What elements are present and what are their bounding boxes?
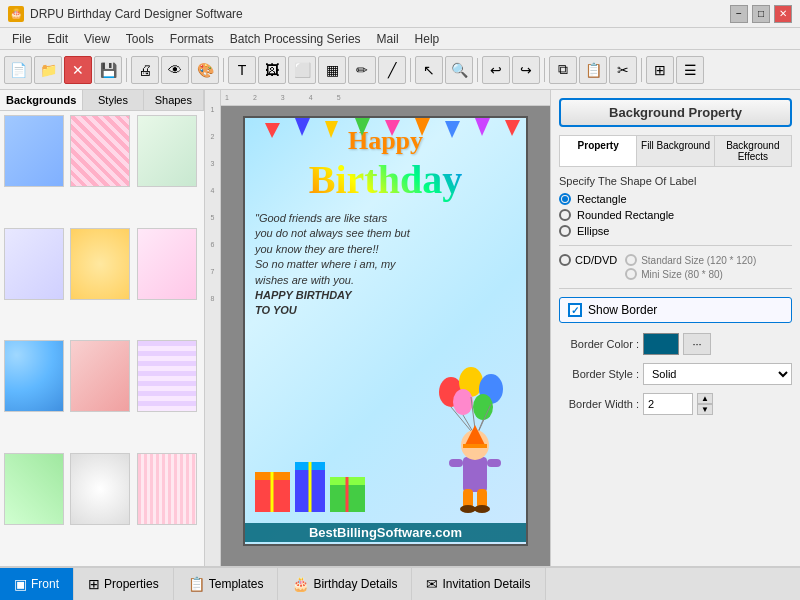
tab-fill-background[interactable]: Fill Background [637, 136, 714, 166]
svg-marker-7 [475, 118, 490, 136]
cdvd-options: Standard Size (120 * 120) Mini Size (80 … [625, 254, 756, 280]
toolbar-paste[interactable]: 📋 [579, 56, 607, 84]
tab-property[interactable]: Property [560, 136, 637, 166]
menu-batch[interactable]: Batch Processing Series [222, 30, 369, 48]
canvas-wrapper: Happy Birthday "Good friends are like st… [221, 106, 550, 566]
menubar: File Edit View Tools Formats Batch Proce… [0, 28, 800, 50]
menu-edit[interactable]: Edit [39, 30, 76, 48]
svg-point-12 [453, 389, 473, 415]
minimize-button[interactable]: − [730, 5, 748, 23]
bg-thumb-4[interactable] [4, 228, 64, 300]
border-style-select[interactable]: Solid Dashed Dotted [643, 363, 792, 385]
toolbar-open[interactable]: 📁 [34, 56, 62, 84]
toolbar-text[interactable]: T [228, 56, 256, 84]
svg-marker-0 [265, 123, 280, 138]
border-width-up[interactable]: ▲ [697, 393, 713, 404]
tab-styles[interactable]: Styles [83, 90, 143, 110]
bg-thumb-1[interactable] [4, 115, 64, 187]
tab-invitation-details[interactable]: ✉ Invitation Details [412, 568, 545, 600]
menu-mail[interactable]: Mail [369, 30, 407, 48]
tab-front-label: Front [31, 577, 59, 591]
toolbar-pencil[interactable]: ✏ [348, 56, 376, 84]
radio-ellipse[interactable]: Ellipse [559, 225, 792, 237]
toolbar-line[interactable]: ╱ [378, 56, 406, 84]
svg-marker-5 [415, 118, 430, 136]
tab-birthday-label: Birthday Details [313, 577, 397, 591]
bg-thumb-9[interactable] [137, 340, 197, 412]
close-button[interactable]: ✕ [774, 5, 792, 23]
toolbar-new[interactable]: 📄 [4, 56, 32, 84]
border-color-dots[interactable]: ··· [683, 333, 711, 355]
bg-thumb-11[interactable] [70, 453, 130, 525]
canvas-area: 1 2 3 4 5 6 7 8 1 2 3 4 5 [205, 90, 550, 566]
bg-thumb-10[interactable] [4, 453, 64, 525]
svg-rect-19 [463, 457, 487, 492]
shape-label: Specify The Shape Of Label [559, 175, 792, 187]
tab-backgrounds[interactable]: Backgrounds [0, 90, 83, 110]
toolbar-copy[interactable]: ⧉ [549, 56, 577, 84]
tab-birthday-details[interactable]: 🎂 Birthday Details [278, 568, 412, 600]
maximize-button[interactable]: □ [752, 5, 770, 23]
ruler-content: 1 2 3 4 5 [221, 90, 550, 566]
menu-file[interactable]: File [4, 30, 39, 48]
toolbar-image[interactable]: 🖼 [258, 56, 286, 84]
radio-circle-ellipse [559, 225, 571, 237]
border-width-down[interactable]: ▼ [697, 404, 713, 415]
tab-front[interactable]: ▣ Front [0, 568, 74, 600]
bg-thumb-12[interactable] [137, 453, 197, 525]
tab-templates[interactable]: 📋 Templates [174, 568, 279, 600]
border-color-picker[interactable] [643, 333, 679, 355]
tab-shapes[interactable]: Shapes [144, 90, 204, 110]
radio-circle-rectangle [559, 193, 571, 205]
bg-thumb-2[interactable] [70, 115, 130, 187]
toolbar-barcode[interactable]: ▦ [318, 56, 346, 84]
menu-help[interactable]: Help [407, 30, 448, 48]
menu-formats[interactable]: Formats [162, 30, 222, 48]
radio-cdvd[interactable]: CD/DVD [559, 254, 617, 266]
radio-rounded-rectangle[interactable]: Rounded Rectangle [559, 209, 792, 221]
toolbar-align[interactable]: ☰ [676, 56, 704, 84]
properties-icon: ⊞ [88, 576, 100, 592]
toolbar-cut[interactable]: ✂ [609, 56, 637, 84]
toolbar-cursor[interactable]: ↖ [415, 56, 443, 84]
property-tabs: Property Fill Background Background Effe… [559, 135, 792, 167]
watermark: BestBillingSoftware.com [245, 523, 526, 542]
background-property-button[interactable]: Background Property [559, 98, 792, 127]
toolbar-grid[interactable]: ⊞ [646, 56, 674, 84]
tab-background-effects[interactable]: Background Effects [715, 136, 791, 166]
toolbar-design[interactable]: 🎨 [191, 56, 219, 84]
toolbar-zoom[interactable]: 🔍 [445, 56, 473, 84]
radio-label-cdvd: CD/DVD [575, 254, 617, 266]
tab-properties-label: Properties [104, 577, 159, 591]
toolbar-redo[interactable]: ↪ [512, 56, 540, 84]
toolbar-save[interactable]: 💾 [94, 56, 122, 84]
cdvd-mini-label: Mini Size (80 * 80) [641, 269, 723, 280]
menu-tools[interactable]: Tools [118, 30, 162, 48]
show-border-checkbox[interactable] [568, 303, 582, 317]
menu-view[interactable]: View [76, 30, 118, 48]
bg-thumb-5[interactable] [70, 228, 130, 300]
card-canvas[interactable]: Happy Birthday "Good friends are like st… [243, 116, 528, 546]
bg-thumb-6[interactable] [137, 228, 197, 300]
radio-rectangle[interactable]: Rectangle [559, 193, 792, 205]
bottom-bar: ▣ Front ⊞ Properties 📋 Templates 🎂 Birth… [0, 566, 800, 600]
toolbar-sep3 [410, 58, 411, 82]
bg-thumb-3[interactable] [137, 115, 197, 187]
divider2 [559, 288, 792, 289]
toolbar-shape[interactable]: ⬜ [288, 56, 316, 84]
svg-rect-23 [449, 459, 463, 467]
cdvd-option-mini[interactable]: Mini Size (80 * 80) [625, 268, 756, 280]
toolbar-close[interactable]: ✕ [64, 56, 92, 84]
bg-thumb-7[interactable] [4, 340, 64, 412]
toolbar-sep4 [477, 58, 478, 82]
toolbar-preview[interactable]: 👁 [161, 56, 189, 84]
toolbar-undo[interactable]: ↩ [482, 56, 510, 84]
background-grid [0, 111, 204, 566]
toolbar-print[interactable]: 🖨 [131, 56, 159, 84]
border-width-input[interactable] [643, 393, 693, 415]
tab-properties[interactable]: ⊞ Properties [74, 568, 174, 600]
bg-thumb-8[interactable] [70, 340, 130, 412]
cdvd-option-standard[interactable]: Standard Size (120 * 120) [625, 254, 756, 266]
birthday-icon: 🎂 [292, 576, 309, 592]
divider1 [559, 245, 792, 246]
